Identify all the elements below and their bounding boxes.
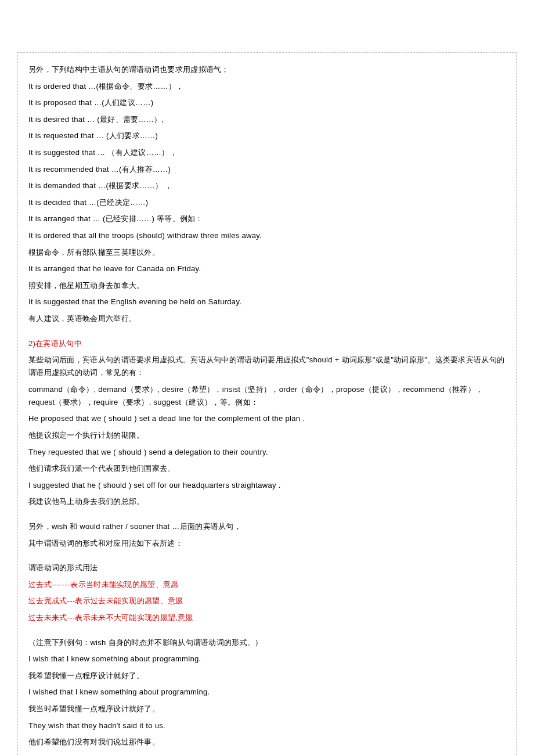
spacer	[28, 512, 506, 520]
section2-text: 某些动词后面，宾语从句的谓语要求用虚拟式。宾语从句中的谓语动词要用虚拟式"sho…	[28, 354, 506, 379]
section4-note: （注意下列例句：wish 自身的时态并不影响从句谓语动词的形式。）	[28, 636, 506, 649]
example-en: They requested that we ( should ) send a…	[28, 446, 506, 459]
structure-line: It is proposed that …(人们建议……)	[28, 96, 506, 109]
structure-line: It is ordered that …(根据命令、要求……），	[28, 80, 506, 93]
structure-line: It is recommended that …(有人推荐……)	[28, 163, 506, 176]
section3-text: 其中谓语动词的形式和对应用法如下表所述：	[28, 537, 506, 550]
section2-heading: 2)在宾语从句中	[28, 337, 506, 350]
example-zh: 照安排，他星期五动身去加拿大。	[28, 279, 506, 292]
example-en: I suggested that he ( should ) set off f…	[28, 479, 506, 492]
example-zh: 我建议他马上动身去我们的总部。	[28, 495, 506, 508]
usage-past-future: 过去未来式---表示未来不大可能实现的愿望,意愿	[28, 611, 506, 624]
example-zh: 我希望我懂一点程序设计就好了。	[28, 669, 506, 682]
example-en: It is suggested that the English evening…	[28, 296, 506, 308]
structure-line: It is desired that … (最好、需要……）,	[28, 113, 506, 126]
example-zh: 有人建议，英语晚会周六举行。	[28, 312, 506, 325]
section3-text: 另外，wish 和 would rather / sooner that …后面…	[28, 520, 506, 533]
example-en: He proposed that we ( should ) set a dea…	[28, 412, 506, 425]
example-zh: 他提议拟定一个执行计划的期限。	[28, 429, 506, 442]
usage-heading: 谓语动词的形式用法	[28, 561, 506, 574]
example-en: It is arranged that he leave for Canada …	[28, 262, 506, 275]
content-box: 另外，下列结构中主语从句的谓语动词也要求用虚拟语气； It is ordered…	[17, 52, 517, 756]
section1-intro: 另外，下列结构中主语从句的谓语动词也要求用虚拟语气；	[28, 63, 506, 76]
structure-line: It is requested that … (人们要求……)	[28, 129, 506, 142]
structure-line: It is decided that …(已经决定……)	[28, 196, 506, 209]
example-zh: 他们请求我们派一个代表团到他们国家去。	[28, 462, 506, 475]
page-container: 另外，下列结构中主语从句的谓语动词也要求用虚拟语气； It is ordered…	[0, 0, 534, 756]
example-zh: 他们希望他们没有对我们说过那件事。	[28, 736, 506, 748]
section2-text: command（命令）, demand（要求）, desire（希望），insi…	[28, 383, 506, 409]
example-en: It is ordered that all the troops (shoul…	[28, 229, 506, 242]
example-en: I wished that I knew something about pro…	[28, 686, 506, 699]
example-zh: 我当时希望我懂一点程序设计就好了。	[28, 703, 506, 715]
structure-line: It is demanded that …(根据要求……） ，	[28, 179, 506, 192]
structure-line: It is arranged that … (已经安排……) 等等。例如：	[28, 213, 506, 225]
structure-line: It is suggested that … （有人建议……），	[28, 146, 506, 159]
example-en: They wish that they hadn't said it to us…	[28, 719, 506, 732]
usage-past-perfect: 过去完成式---表示过去未能实现的愿望、意愿	[28, 595, 506, 607]
spacer	[28, 329, 506, 337]
usage-past: 过去式-------表示当时未能实现的愿望、意愿	[28, 578, 506, 591]
spacer	[28, 553, 506, 561]
example-en: I wish that I knew something about progr…	[28, 653, 506, 665]
spacer	[28, 628, 506, 636]
example-zh: 根据命令，所有部队撤至三英哩以外。	[28, 246, 506, 259]
